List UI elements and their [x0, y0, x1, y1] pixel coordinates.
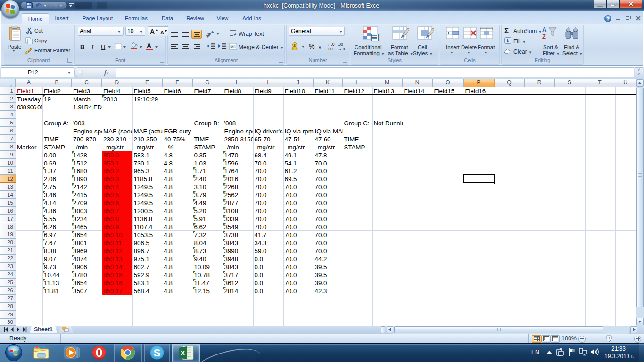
svg-text:Z: Z: [542, 33, 546, 40]
svg-text:S: S: [154, 347, 161, 359]
svg-text:X: X: [180, 349, 185, 357]
svg-text:ab: ab: [206, 32, 212, 38]
svg-text:a: a: [231, 45, 234, 49]
svg-text:?: ?: [606, 16, 610, 22]
svg-text:A: A: [542, 26, 547, 33]
